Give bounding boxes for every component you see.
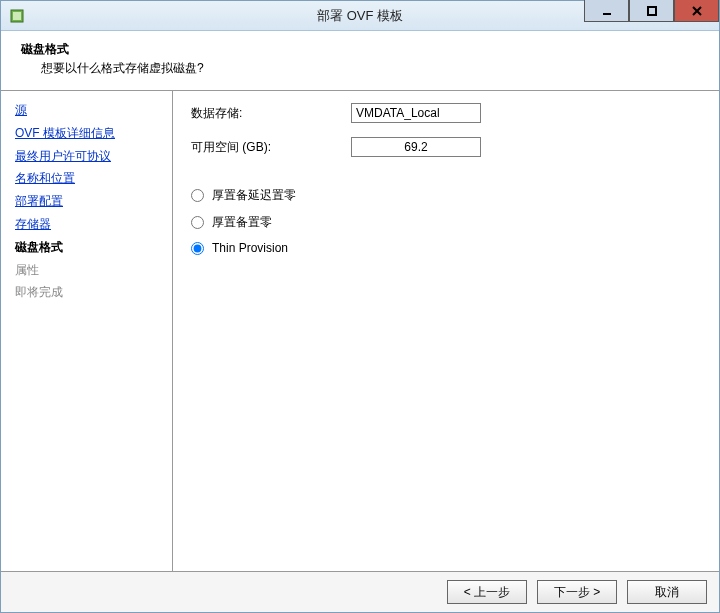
step-source[interactable]: 源	[15, 99, 162, 122]
wizard-steps: 源 OVF 模板详细信息 最终用户许可协议 名称和位置 部署配置 存储器 磁盘格…	[1, 91, 173, 571]
window-buttons	[584, 1, 719, 30]
datastore-value: VMDATA_Local	[351, 103, 481, 123]
datastore-row: 数据存储: VMDATA_Local	[191, 103, 701, 123]
step-properties: 属性	[15, 259, 162, 282]
wizard-header: 磁盘格式 想要以什么格式存储虚拟磁盘?	[1, 31, 719, 91]
radio-thick-lazy-input[interactable]	[191, 189, 204, 202]
radio-thick-eager[interactable]: 厚置备置零	[191, 214, 701, 231]
deploy-ovf-window: 部署 OVF 模板 磁盘格式 想要以什么格式存储虚拟磁盘? 源 OVF 模板详细…	[0, 0, 720, 613]
step-name-location[interactable]: 名称和位置	[15, 167, 162, 190]
radio-thick-eager-input[interactable]	[191, 216, 204, 229]
maximize-button[interactable]	[629, 0, 674, 22]
wizard-content: 数据存储: VMDATA_Local 可用空间 (GB): 69.2 厚置备延迟…	[173, 91, 719, 571]
radio-thick-lazy[interactable]: 厚置备延迟置零	[191, 187, 701, 204]
radio-thin[interactable]: Thin Provision	[191, 241, 701, 255]
available-space-label: 可用空间 (GB):	[191, 139, 351, 156]
step-disk-format: 磁盘格式	[15, 236, 162, 259]
app-icon	[9, 8, 25, 24]
wizard-body: 源 OVF 模板详细信息 最终用户许可协议 名称和位置 部署配置 存储器 磁盘格…	[1, 91, 719, 571]
svg-rect-1	[13, 12, 21, 20]
available-space-value: 69.2	[351, 137, 481, 157]
radio-thick-eager-label: 厚置备置零	[212, 214, 272, 231]
radio-thin-input[interactable]	[191, 242, 204, 255]
back-button[interactable]: < 上一步	[447, 580, 527, 604]
next-button[interactable]: 下一步 >	[537, 580, 617, 604]
step-ovf-details[interactable]: OVF 模板详细信息	[15, 122, 162, 145]
page-subtitle: 想要以什么格式存储虚拟磁盘?	[41, 60, 699, 77]
svg-rect-3	[648, 7, 656, 15]
close-button[interactable]	[674, 0, 719, 22]
cancel-button[interactable]: 取消	[627, 580, 707, 604]
titlebar: 部署 OVF 模板	[1, 1, 719, 31]
radio-thick-lazy-label: 厚置备延迟置零	[212, 187, 296, 204]
step-deploy-config[interactable]: 部署配置	[15, 190, 162, 213]
radio-thin-label: Thin Provision	[212, 241, 288, 255]
step-eula[interactable]: 最终用户许可协议	[15, 145, 162, 168]
step-ready: 即将完成	[15, 281, 162, 304]
provisioning-options: 厚置备延迟置零 厚置备置零 Thin Provision	[191, 187, 701, 255]
step-storage[interactable]: 存储器	[15, 213, 162, 236]
wizard-footer: < 上一步 下一步 > 取消	[1, 571, 719, 612]
datastore-label: 数据存储:	[191, 105, 351, 122]
available-space-row: 可用空间 (GB): 69.2	[191, 137, 701, 157]
minimize-button[interactable]	[584, 0, 629, 22]
page-title: 磁盘格式	[21, 41, 699, 58]
